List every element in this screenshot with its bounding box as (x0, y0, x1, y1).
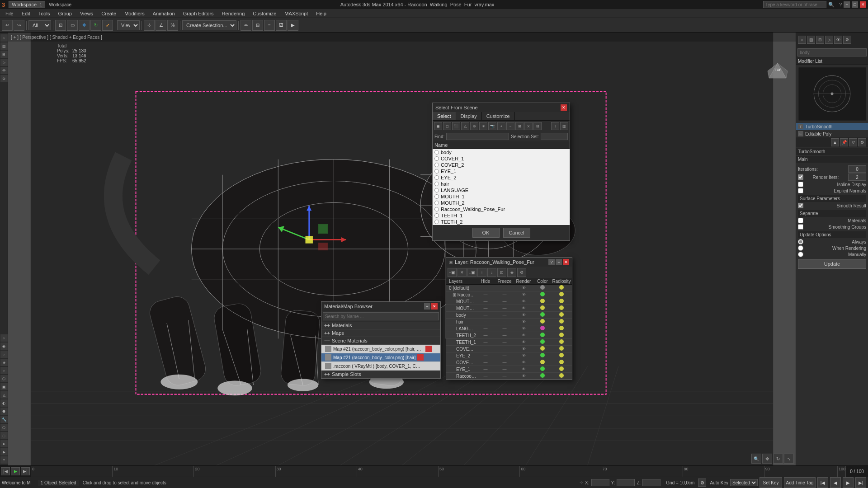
menu-group[interactable]: Group (54, 10, 75, 17)
menu-animation[interactable]: Animation (149, 10, 179, 17)
sb-bottom16[interactable]: ? (0, 456, 8, 464)
close-button[interactable]: ✕ (860, 1, 866, 8)
sdt-col[interactable]: ▥ (560, 122, 568, 130)
selection-set-input[interactable] (541, 133, 568, 140)
sdt-all-on[interactable]: ◼ (434, 122, 442, 130)
object-list[interactable]: body COVER_1 COVER_2 EYE_1 EYE_2 hair LA… (433, 149, 570, 225)
layer-mouth1[interactable]: MOUTH_1 — — 👁 (446, 305, 572, 312)
layer-language[interactable]: LANGUAGE — — 👁 (446, 325, 572, 332)
layer-raccoon2-color[interactable] (533, 373, 552, 379)
menu-rendering[interactable]: Rendering (218, 10, 249, 17)
viewport[interactable]: [ + ] [ Perspective ] [ Shaded + Edged F… (8, 33, 796, 465)
tb-snap-toggle[interactable]: ⊹ (144, 20, 155, 31)
sb-display[interactable]: 👁 (0, 67, 8, 74)
find-input[interactable] (446, 133, 509, 140)
keyframe-next[interactable]: ▶ (843, 477, 854, 488)
obj-teeth1[interactable]: TEETH_1 (433, 212, 570, 219)
layer-raccoon2[interactable]: Raccoon_Walking_ — — 👁 (446, 373, 572, 380)
layer-close[interactable]: ✕ (563, 259, 569, 265)
layer-mouth1-color[interactable] (533, 305, 552, 311)
modifier-editable-poly[interactable]: E Editable Poly (796, 130, 868, 137)
frame-display[interactable] (845, 466, 868, 477)
explicit-normals-check[interactable] (798, 188, 803, 193)
reference-dropdown[interactable]: View (117, 20, 140, 30)
workspace-button[interactable]: Workspace_1 (9, 1, 45, 8)
tb-redo[interactable]: ↪ (14, 20, 24, 31)
sdt-geo[interactable]: △ (461, 122, 469, 130)
rp-modify[interactable]: ▨ (807, 36, 815, 44)
layer-raccoon[interactable]: ⊞ Raccoon_Walking_Pos — — 👁 (446, 291, 572, 298)
rp-hierarchy[interactable]: ⊞ (816, 36, 824, 44)
sb-bottom15[interactable]: ▶ (0, 448, 8, 455)
sb-bottom13[interactable]: ◌ (0, 432, 8, 439)
sb-motion[interactable]: ▷ (0, 59, 8, 66)
mat-item-2[interactable]: Map #21 (raccoon_body_color.png) [hair] (321, 353, 440, 362)
menu-tools[interactable]: Tools (35, 10, 54, 17)
sdt-bones[interactable]: ⊟ (533, 122, 542, 130)
sb-hierarchy[interactable]: ⊞ (0, 51, 8, 58)
layer-body[interactable]: body — — 👁 (446, 312, 572, 319)
mat-browser-title-bar[interactable]: Material/Map Browser − ✕ (321, 302, 440, 311)
menu-help[interactable]: Help (312, 10, 330, 17)
sb-create[interactable]: ○ (0, 34, 8, 42)
grid-settings-btn[interactable]: ⚙ (698, 479, 706, 487)
layer-cover1-color[interactable] (533, 360, 552, 365)
sb-bottom7[interactable]: ▣ (0, 383, 8, 390)
modifier-turbosmooth[interactable]: T TurboSmooth (796, 123, 868, 130)
selection-filter[interactable]: All (28, 20, 51, 30)
sdt-lights[interactable]: ☀ (479, 122, 487, 130)
sb-bottom12[interactable]: ⬡ (0, 424, 8, 431)
keyframe-prev[interactable]: ◀ (830, 477, 841, 488)
obj-eye2[interactable]: EYE_2 (433, 174, 570, 181)
menu-graph-editors[interactable]: Graph Editors (179, 10, 217, 17)
tb-angle-snap[interactable]: ∠ (156, 20, 166, 31)
layer-mouth2[interactable]: MOUTH_2 — — 👁 (446, 298, 572, 305)
mod-nav-up[interactable]: ▲ (831, 138, 839, 146)
obj-language[interactable]: LANGUAGE (433, 187, 570, 193)
sdt-invert[interactable]: ⬛ (452, 122, 460, 130)
keyframe-last[interactable]: ▶| (855, 477, 866, 488)
sdt-helpers[interactable]: + (497, 122, 505, 130)
sb-utilities[interactable]: ⚙ (0, 75, 8, 82)
always-radio[interactable] (798, 239, 803, 244)
smoothing-groups-check[interactable] (798, 224, 803, 230)
obj-mouth2[interactable]: MOUTH_2 (433, 200, 570, 206)
app-logo[interactable]: 3 (2, 1, 5, 8)
isoline-check[interactable] (798, 182, 803, 187)
render-iters-check[interactable] (798, 174, 803, 180)
render-iters-input[interactable] (848, 174, 866, 181)
dialog-close-btn[interactable]: ✕ (561, 104, 567, 111)
sdt-spacewarps[interactable]: ~ (506, 122, 514, 130)
tb-select[interactable]: ⊡ (55, 20, 66, 31)
layer-float[interactable]: − (556, 259, 562, 265)
key-mode-select[interactable]: Selected (730, 479, 758, 486)
tb-render[interactable]: 🖼 (276, 20, 287, 31)
maximize-button[interactable]: □ (852, 1, 858, 8)
play-btn[interactable]: ▶ (11, 467, 20, 475)
selection-set-dropdown[interactable]: Create Selection... (182, 20, 236, 30)
smooth-result-check[interactable] (798, 203, 803, 208)
search-icon[interactable]: 🔍 (828, 2, 835, 8)
obj-teeth2[interactable]: TEETH_2 (433, 219, 570, 225)
main-section[interactable]: Main (796, 156, 868, 163)
layer-teeth2[interactable]: TEETH_2 — — 👁 (446, 332, 572, 339)
nav-zoom[interactable]: 🔍 (751, 454, 761, 464)
mat-browser-close[interactable]: ✕ (431, 303, 438, 310)
mat-section-scene[interactable]: − Scene Materials (321, 337, 440, 345)
menu-maxscript[interactable]: MAXScript (281, 10, 311, 17)
mat-section-samples[interactable]: + Sample Slots (321, 371, 440, 378)
menu-file[interactable]: File (2, 10, 17, 17)
lt-move-up[interactable]: ↑ (477, 268, 486, 277)
sdt-shapes[interactable]: ⊘ (470, 122, 478, 130)
y-coord[interactable] (617, 479, 635, 486)
update-button[interactable]: Update (798, 259, 866, 269)
when-rendering-radio[interactable] (798, 245, 803, 251)
layer-0-default[interactable]: 0 (default) — — 👁 (446, 285, 572, 291)
tb-undo[interactable]: ↩ (2, 20, 13, 31)
mat-section-maps[interactable]: + Maps (321, 329, 440, 337)
menu-create[interactable]: Create (98, 10, 120, 17)
x-coord[interactable] (591, 479, 609, 486)
set-key-btn[interactable]: Set Key (760, 477, 782, 488)
sb-bottom10[interactable]: ⬟ (0, 408, 8, 415)
layer-eye2-color[interactable] (533, 353, 552, 358)
